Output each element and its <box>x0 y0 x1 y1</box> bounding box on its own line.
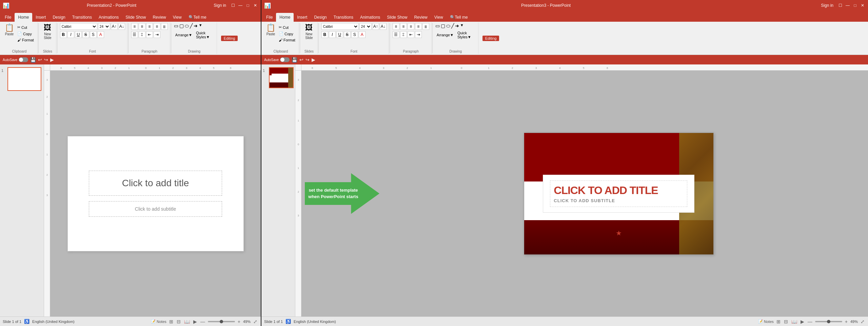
right-indent-dec-btn[interactable]: ⇤ <box>408 31 414 38</box>
right-tab-design[interactable]: Design <box>311 13 330 22</box>
left-present-btn[interactable]: ▶ <box>50 57 54 62</box>
right-shape-oval[interactable]: ⬭ <box>446 23 450 29</box>
left-indent-inc-btn[interactable]: ⇥ <box>154 31 160 38</box>
left-tab-transitions[interactable]: Transitions <box>69 13 95 22</box>
right-zoom-out-btn[interactable]: — <box>807 318 813 325</box>
right-font-color-btn[interactable]: A <box>359 31 366 38</box>
left-slide-sorter-btn[interactable]: ⊟ <box>176 318 181 325</box>
right-slide-canvas[interactable]: CLICK TO ADD TITLE CLICK TO ADD SUBTITLE… <box>524 133 714 255</box>
right-sign-in[interactable]: Sign in <box>821 3 833 8</box>
left-sign-in[interactable]: Sign in <box>214 3 226 8</box>
right-tab-home[interactable]: Home <box>276 13 294 22</box>
right-shape-rect[interactable]: ▭ <box>435 23 440 29</box>
left-close-btn[interactable]: ✕ <box>253 3 258 8</box>
right-tab-animations[interactable]: Animations <box>357 13 383 22</box>
left-tab-animations[interactable]: Animations <box>95 13 122 22</box>
left-quick-styles-btn[interactable]: QuickStyles▼ <box>195 30 211 40</box>
right-justify-btn[interactable]: ≡ <box>415 23 422 30</box>
left-numbering-btn[interactable]: ⑄ <box>139 31 145 38</box>
right-fit-btn[interactable]: ⤢ <box>860 318 865 325</box>
right-slide-sorter-btn[interactable]: ⊟ <box>783 318 789 325</box>
right-zoom-in-btn[interactable]: + <box>844 318 848 325</box>
right-zoom-slider[interactable] <box>815 321 842 322</box>
right-shapes-more[interactable]: ▼ <box>460 23 464 29</box>
right-restore-btn[interactable]: ☐ <box>837 3 843 8</box>
right-tab-review[interactable]: Review <box>411 13 431 22</box>
left-save-btn[interactable]: 💾 <box>30 57 36 62</box>
left-present-btn-status[interactable]: ▶ <box>193 318 198 325</box>
right-redo-btn[interactable]: ↪ <box>305 57 310 62</box>
right-notes-btn[interactable]: 📝 Notes <box>758 319 774 324</box>
left-autosave-toggle[interactable] <box>19 57 28 62</box>
left-notes-btn[interactable]: 📝 Notes <box>151 319 166 324</box>
left-font-color-btn[interactable]: A <box>97 31 104 38</box>
right-new-slide-btn[interactable]: 🖼 NewSlide <box>303 23 314 41</box>
right-shape-line[interactable]: ╱ <box>451 23 454 29</box>
shapes-more[interactable]: ▼ <box>199 23 202 29</box>
left-title-placeholder[interactable]: Click to add title <box>89 171 222 196</box>
right-undo-btn[interactable]: ↩ <box>299 57 303 62</box>
left-tab-design[interactable]: Design <box>49 13 68 22</box>
right-reading-view-btn[interactable]: 📖 <box>791 318 798 325</box>
right-bullets-btn[interactable]: ☰ <box>393 31 399 38</box>
right-slide-title[interactable]: CLICK TO ADD TITLE <box>554 184 683 197</box>
right-slide-white-box[interactable]: CLICK TO ADD TITLE CLICK TO ADD SUBTITLE <box>543 175 694 213</box>
left-subtitle-placeholder[interactable]: Click to add subtitle <box>89 201 222 217</box>
right-present-btn-status[interactable]: ▶ <box>800 318 805 325</box>
left-slide-canvas[interactable]: Click to add title Click to add subtitle <box>67 136 244 251</box>
left-align-center-btn[interactable]: ≡ <box>139 23 145 30</box>
left-italic-btn[interactable]: I <box>67 31 74 38</box>
left-tab-review[interactable]: Review <box>149 13 169 22</box>
right-copy-btn[interactable]: 📄 Copy <box>277 31 297 37</box>
right-font-size[interactable]: 24 <box>359 23 372 30</box>
shape-oval[interactable]: ⬭ <box>185 23 189 29</box>
left-tab-view[interactable]: View <box>170 13 185 22</box>
left-tab-file[interactable]: File <box>1 13 15 22</box>
right-paste-btn[interactable]: 📋 Paste <box>265 23 277 37</box>
right-tab-transitions[interactable]: Transitions <box>330 13 357 22</box>
left-zoom-slider[interactable] <box>208 321 235 322</box>
right-shadow-btn[interactable]: S <box>351 31 358 38</box>
right-numbering-btn[interactable]: ⑄ <box>400 31 407 38</box>
left-tab-home[interactable]: Home <box>15 13 32 22</box>
left-zoom-in-btn[interactable]: + <box>237 318 241 325</box>
right-underline-btn[interactable]: U <box>336 31 343 38</box>
right-minimize-btn[interactable]: — <box>845 3 850 8</box>
shape-rounded[interactable]: ▢ <box>179 23 184 29</box>
left-redo-btn[interactable]: ↪ <box>44 57 48 62</box>
left-font-family[interactable]: Calibri <box>60 23 97 30</box>
right-font-family[interactable]: Calibri <box>321 23 359 30</box>
left-underline-btn[interactable]: U <box>75 31 82 38</box>
right-font-shrink-btn[interactable]: A↓ <box>380 23 387 30</box>
left-slide-thumb-1[interactable] <box>7 67 41 91</box>
left-undo-btn[interactable]: ↩ <box>38 57 42 62</box>
left-font-size[interactable]: 24 <box>98 23 110 30</box>
left-copy-btn[interactable]: 📄 Copy <box>16 31 35 37</box>
shape-rect[interactable]: ▭ <box>174 23 178 29</box>
left-normal-view-btn[interactable]: ⊞ <box>169 318 174 325</box>
left-reading-view-btn[interactable]: 📖 <box>183 318 191 325</box>
right-save-btn[interactable]: 💾 <box>292 57 297 62</box>
right-slide-thumb-1[interactable] <box>269 67 294 88</box>
left-strikethrough-btn[interactable]: S <box>82 31 89 38</box>
left-new-slide-btn[interactable]: 🖼 NewSlide <box>42 23 53 41</box>
right-bold-btn[interactable]: B <box>321 31 328 38</box>
left-align-right-btn[interactable]: ≡ <box>146 23 153 30</box>
right-tab-tell-me[interactable]: 🔍 Tell me <box>447 13 471 22</box>
right-maximize-btn[interactable]: □ <box>852 3 858 8</box>
right-align-center-btn[interactable]: ≡ <box>400 23 407 30</box>
left-restore-btn[interactable]: ☐ <box>230 3 236 8</box>
right-shape-arrow[interactable]: ➜ <box>455 23 459 29</box>
right-tab-view[interactable]: View <box>431 13 447 22</box>
left-font-shrink-btn[interactable]: A↓ <box>118 23 125 30</box>
left-accessibility-icon[interactable]: ♿ <box>24 319 29 324</box>
right-close-btn[interactable]: ✕ <box>860 3 865 8</box>
right-indent-inc-btn[interactable]: ⇥ <box>415 31 422 38</box>
left-tab-insert[interactable]: Insert <box>32 13 49 22</box>
left-justify-btn[interactable]: ≡ <box>154 23 160 30</box>
right-columns-btn[interactable]: ⫼ <box>422 23 429 30</box>
left-format-painter-btn[interactable]: 🖌 Format <box>16 37 35 43</box>
right-tab-insert[interactable]: Insert <box>294 13 311 22</box>
right-tab-slideshow[interactable]: Slide Show <box>383 13 411 22</box>
right-present-btn[interactable]: ▶ <box>312 57 315 62</box>
